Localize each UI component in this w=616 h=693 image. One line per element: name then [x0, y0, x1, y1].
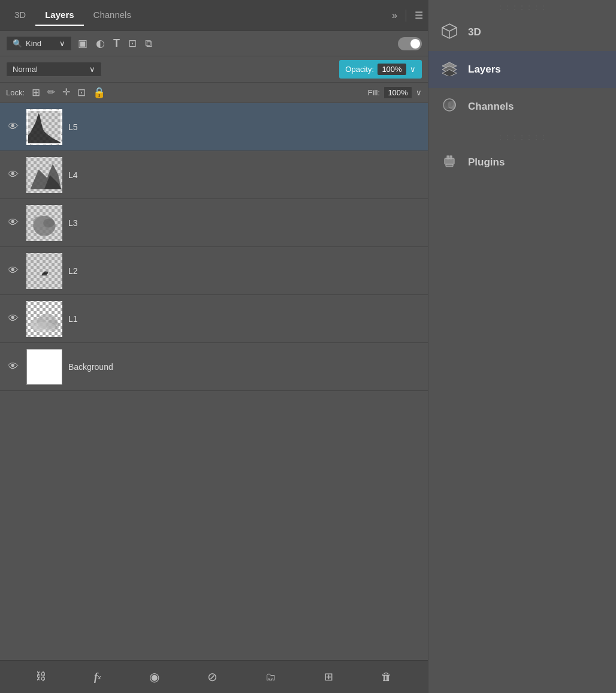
layer-name-l4: L4	[68, 170, 78, 180]
drag-handle-bottom: ⋮⋮⋮⋮⋮⋮⋮	[428, 130, 616, 144]
filter-smart-icon[interactable]: ⧉	[145, 38, 152, 50]
layer-name-l2: L2	[68, 266, 78, 276]
layers-list: 👁 L5 👁 L4 👁	[0, 103, 428, 660]
lock-paint-icon[interactable]: ✏	[47, 86, 55, 99]
svg-rect-22	[450, 156, 452, 159]
delete-layer-button[interactable]: 🗑	[381, 671, 392, 683]
filter-toggle[interactable]	[398, 37, 422, 50]
fill-input[interactable]	[384, 86, 412, 99]
nav-item-layers[interactable]: Layers	[428, 51, 616, 88]
layer-thumbnail-l3	[26, 205, 62, 241]
nav-item-plugins[interactable]: Plugins	[428, 144, 616, 181]
svg-point-19	[445, 99, 454, 107]
right-panel: ⋮⋮⋮⋮⋮⋮⋮ 3D Layers	[428, 0, 616, 693]
lock-icons: ⊞ ✏ ✛ ⊡ 🔒	[32, 86, 105, 99]
lock-bar: Lock: ⊞ ✏ ✛ ⊡ 🔒 Fill: ∨	[0, 83, 428, 103]
nav-label-channels: Channels	[468, 101, 514, 113]
visibility-icon-l3[interactable]: 👁	[6, 216, 20, 229]
panel-menu-icon[interactable]: ☰	[415, 10, 423, 21]
visibility-icon-l5[interactable]: 👁	[6, 120, 20, 133]
kind-label: Kind	[26, 39, 41, 48]
layers-icon	[440, 59, 458, 80]
layer-name-l1: L1	[68, 314, 78, 324]
tab-divider	[406, 10, 406, 22]
layer-item-l3[interactable]: 👁 L3	[0, 199, 428, 247]
left-panel: 3D Layers Channels » ☰ 🔍 Kind ∨ ▣ ◐ T ⊡ …	[0, 0, 428, 693]
svg-rect-20	[445, 158, 454, 164]
blend-bar: Normal ∨ Opacity: ∨	[0, 56, 428, 83]
filter-type-icon[interactable]: T	[113, 37, 120, 50]
layer-item-l4[interactable]: 👁 L4	[0, 151, 428, 199]
lock-move-icon[interactable]: ✛	[62, 86, 70, 99]
tab-layers[interactable]: Layers	[35, 5, 83, 26]
layer-name-l5: L5	[68, 122, 78, 132]
new-group-button[interactable]: 🗂	[265, 671, 276, 683]
blend-mode-chevron-icon: ∨	[89, 65, 95, 74]
lock-label: Lock:	[6, 88, 25, 97]
svg-rect-21	[447, 156, 449, 159]
add-layer-mask-button[interactable]: ◉	[149, 670, 159, 684]
channels-icon	[440, 97, 458, 117]
svg-point-7	[43, 218, 55, 227]
layer-item-l5[interactable]: 👁 L5	[0, 103, 428, 151]
new-layer-button[interactable]: ⊞	[324, 670, 333, 683]
opacity-label: Opacity:	[345, 65, 374, 74]
kind-chevron-icon: ∨	[59, 39, 65, 48]
add-adjustment-button[interactable]: ⊘	[207, 670, 218, 684]
layer-thumbnail-background	[26, 349, 62, 385]
layer-thumbnail-l2	[26, 253, 62, 289]
layer-thumbnail-l1	[26, 301, 62, 337]
svg-marker-1	[28, 113, 61, 143]
blend-mode-dropdown[interactable]: Normal ∨	[6, 62, 102, 77]
layer-name-l3: L3	[68, 218, 78, 228]
tab-bar: 3D Layers Channels » ☰	[0, 0, 428, 31]
svg-point-11	[33, 321, 55, 333]
nav-item-channels[interactable]: Channels	[428, 88, 616, 125]
blend-mode-label: Normal	[13, 65, 38, 74]
filter-image-icon[interactable]: ▣	[78, 37, 87, 50]
layer-item-l1[interactable]: 👁 L1	[0, 295, 428, 343]
tab-extras: » ☰	[392, 10, 423, 22]
svg-rect-23	[446, 164, 453, 167]
search-icon: 🔍	[13, 39, 22, 48]
layer-thumbnail-l4	[26, 157, 62, 193]
lock-artboard-icon[interactable]: ⊡	[77, 86, 86, 99]
tab-3d[interactable]: 3D	[5, 5, 35, 26]
opacity-input[interactable]	[378, 64, 406, 75]
nav-label-plugins: Plugins	[468, 156, 505, 168]
fill-group: Fill: ∨	[368, 86, 422, 99]
layer-name-background: Background	[68, 362, 113, 372]
fill-label: Fill:	[368, 88, 380, 97]
visibility-icon-l4[interactable]: 👁	[6, 168, 20, 181]
drag-handle-top: ⋮⋮⋮⋮⋮⋮⋮	[428, 0, 616, 14]
visibility-icon-l1[interactable]: 👁	[6, 312, 20, 325]
nav-label-3d: 3D	[468, 26, 481, 38]
plugins-icon	[440, 152, 458, 173]
nav-label-layers: Layers	[468, 64, 501, 76]
link-layers-button[interactable]: ⛓	[36, 671, 46, 683]
filter-bar: 🔍 Kind ∨ ▣ ◐ T ⊡ ⧉	[0, 31, 428, 56]
filter-adjustment-icon[interactable]: ◐	[96, 37, 105, 50]
kind-dropdown[interactable]: 🔍 Kind ∨	[6, 36, 72, 51]
filter-icons: ▣ ◐ T ⊡ ⧉	[78, 37, 152, 50]
visibility-icon-background[interactable]: 👁	[6, 360, 20, 373]
nav-item-3d[interactable]: 3D	[428, 14, 616, 51]
visibility-icon-l2[interactable]: 👁	[6, 264, 20, 277]
more-tabs-icon[interactable]: »	[392, 10, 397, 21]
layer-thumbnail-l5	[26, 109, 62, 145]
lock-all-icon[interactable]: 🔒	[93, 86, 105, 99]
lock-pixels-icon[interactable]: ⊞	[32, 86, 40, 99]
layer-item-background[interactable]: 👁 Background	[0, 343, 428, 391]
fill-chevron-icon[interactable]: ∨	[416, 88, 422, 97]
opacity-group: Opacity: ∨	[339, 60, 422, 79]
cube-icon	[440, 22, 458, 43]
fx-button[interactable]: fx	[94, 671, 101, 683]
bottom-toolbar: ⛓ fx ◉ ⊘ 🗂 ⊞ 🗑	[0, 660, 428, 693]
layer-item-l2[interactable]: 👁 L2	[0, 247, 428, 295]
opacity-chevron-icon[interactable]: ∨	[410, 65, 416, 74]
tab-channels[interactable]: Channels	[84, 5, 141, 26]
filter-shape-icon[interactable]: ⊡	[128, 37, 137, 50]
